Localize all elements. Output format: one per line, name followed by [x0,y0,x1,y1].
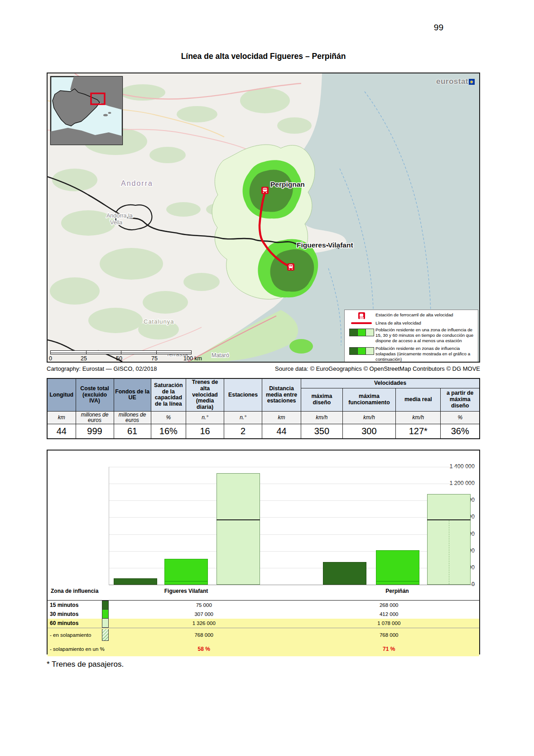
map-legend: Estación de ferrocarril de alta velocida… [344,310,478,363]
zone-value-figueres: 58 % [109,646,298,652]
bar-perpinan-60min [427,494,471,585]
legend-station-icon [358,312,365,319]
col-group-velocidades: Velocidades [301,378,480,388]
scale-tick: 25 [81,355,87,362]
zone-table: 15 minutos 75 000 268 000 30 minutos 307… [48,600,479,654]
unit: km/h [396,411,441,424]
zone-value-figueres: 307 000 [109,611,298,617]
eu-flag-icon: ★ [469,79,475,85]
report-page: 99 Línea de alta velocidad Figueres – Pe… [0,0,534,756]
legend-line-label: Línea de alta velocidad [375,320,475,326]
page-number: 99 [434,23,443,33]
value: 350 [301,424,343,439]
value: 16 [186,424,224,439]
value: 44 [47,424,76,439]
zone-value-perpinan: 768 000 [298,632,479,638]
col-header-max-diseno: máxima diseño [301,388,343,412]
swatch-15min [102,601,109,610]
label-andorra: Andorra [121,179,153,187]
map-scalebar [50,350,192,354]
label-catalunya: Catalunya [144,318,174,325]
unit: km/h [301,411,343,424]
label-perpignan: Perpignan [270,180,305,188]
col-header-fondos: Fondos de la UE [114,378,151,411]
value: 127* [396,424,441,439]
scale-tick: 0 [49,355,52,362]
zone-row-30min: 30 minutos 307 000 412 000 [48,610,479,619]
zone-value-figueres: 768 000 [109,632,298,638]
source-data-attribution: Source data: © EuroGeographics © OpenStr… [275,365,480,372]
value: 44 [262,424,301,439]
unit: % [151,411,186,424]
station-icon-figueres [287,263,294,271]
map-green-spot [289,339,313,354]
zone-value-figueres: 75 000 [109,602,298,608]
swatch-30min [102,610,109,619]
col-header-coste: Coste total (excluido IVA) [76,378,114,411]
legend-influence-label: Población residente en una zona de influ… [375,327,475,344]
zone-label: - solapamiento en un % [48,646,102,652]
eurostat-logo: eurostat★ [436,77,475,86]
scale-tick: 50 [116,355,122,362]
value: 61 [114,424,151,439]
map-scalebar-labels: 0 25 50 75 100 km [48,355,211,362]
bar-perpinan-15min [323,562,366,585]
x-label-perpinan: Perpiñán [322,588,472,594]
values-row: 44 999 61 16% 16 2 44 350 300 127* 36% [47,424,480,439]
map: Andorra Andorra la Vella Catalunya Terra… [47,73,480,363]
col-header-longitud: Longitud [47,378,76,411]
col-header-max-funcionamiento: máxima funcionamiento [342,388,395,412]
inset-map [51,77,122,145]
population-chart: 1 400 000 1 200 000 1 000 000 800 000 60… [47,450,480,654]
bar-figueres-60min [216,473,260,585]
value: 16% [151,424,186,439]
col-header-a-partir: a partir de máxima diseño [441,388,480,412]
legend-influence-swatches [349,329,374,336]
swatch-60min [102,619,109,628]
zone-table-corner: Zona de influencia [51,588,98,594]
zone-row-15min: 15 minutos 75 000 268 000 [48,601,479,610]
legend-overlap-label: Población residente en zonas de influenc… [375,346,475,362]
unit: n.° [186,411,224,424]
scale-tick: 75 [151,355,158,362]
plot-area [109,467,475,585]
value: 300 [342,424,395,439]
station-icon-perpignan [261,187,269,194]
overlap-line-figueres [216,519,260,520]
zone-label: 60 minutos [48,620,102,626]
scale-tick: 100 km [183,355,202,362]
bar-perpinan-30min [376,550,419,585]
label-figueres: Figueres Vilafant [297,241,353,249]
col-header-saturacion: Saturación de la capacidad de la línea [151,378,186,411]
col-header-trenes: Trenes de alta velocidad (media diaria) [186,378,224,411]
unit: km [262,411,301,424]
swatch-overlap [102,629,109,641]
bar-figueres-15min [114,578,157,585]
zone-value-figueres: 1 326 000 [109,620,298,626]
zone-value-perpinan: 268 000 [298,602,479,608]
x-label-figueres: Figueres Vilafant [113,588,259,594]
label-vella: Vella [110,219,122,226]
zone-row-60min: 60 minutos 1 326 000 1 078 000 [48,619,479,628]
col-header-media-real: media real [396,388,441,412]
unit: millones de euros [114,411,151,424]
bar-figueres-30min [164,559,208,585]
zone-value-perpinan: 1 078 000 [298,620,479,626]
zone-row-overlap-pct: - solapamiento en un % 58 % 71 % [48,642,479,656]
zone-value-perpinan: 71 % [298,646,479,652]
legend-overlap-swatches [349,347,374,355]
unit: n.° [224,411,262,424]
legend-line-swatch [351,322,372,324]
legend-station-label: Estación de ferrocarril de alta velocida… [375,312,475,318]
footnote: * Trenes de pasajeros. [47,660,124,669]
overlap-divider-perpinan [449,520,449,584]
unit: millones de euros [76,411,114,424]
zone-label: 30 minutos [48,611,102,617]
label-mataro: Mataró [212,352,229,359]
value: 999 [76,424,114,439]
col-header-estaciones: Estaciones [224,378,262,411]
zone-value-perpinan: 412 000 [298,611,479,617]
col-header-distancia: Distancia media entre estaciones [262,378,301,411]
stats-table: Longitud Coste total (excluido IVA) Fond… [47,378,480,439]
unit: % [441,411,480,424]
